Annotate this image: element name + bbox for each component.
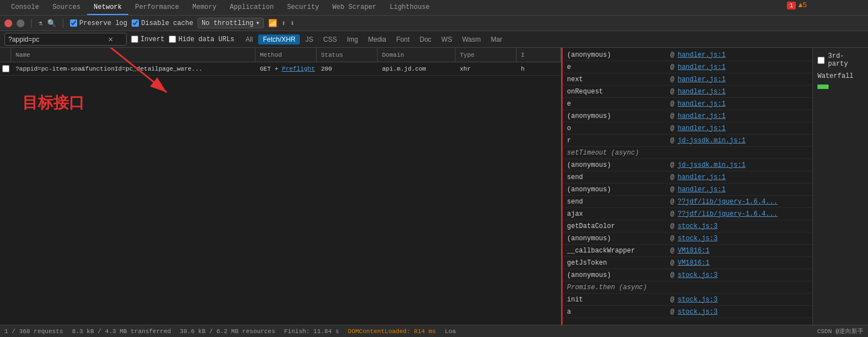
wifi-icon: 📶: [268, 19, 277, 28]
call-stack-item[interactable]: getJsToken@VM1816:1: [563, 257, 812, 269]
search-icon[interactable]: 🔍: [47, 19, 56, 28]
call-stack-item[interactable]: a@stock.js:3: [563, 306, 812, 318]
cs-link[interactable]: handler.js:1: [678, 100, 725, 108]
status-bar: 1 / 368 requests 8.3 kB / 4.3 MB transfe…: [0, 325, 868, 337]
tab-web-scraper[interactable]: Web Scraper: [326, 0, 383, 15]
call-stack-item[interactable]: o@handler.js:1: [563, 122, 812, 135]
filter-media[interactable]: Media: [364, 34, 391, 44]
call-stack-item[interactable]: (anonymous)@stock.js:3: [563, 232, 812, 245]
call-stack-item[interactable]: (anonymous)@handler.js:1: [563, 110, 812, 122]
search-box: ✕: [4, 33, 127, 46]
td-initiator: h: [516, 62, 561, 75]
hide-data-urls-checkbox[interactable]: Hide data URLs: [169, 36, 234, 43]
call-stack-item[interactable]: (anonymous)@jd-jssdk.min.js:1: [563, 159, 812, 171]
cs-link[interactable]: stock.js:3: [678, 235, 718, 242]
preserve-log-checkbox[interactable]: Preserve log: [70, 19, 127, 27]
dom-content-loaded: DOMContentLoaded: 814 ms: [348, 328, 436, 335]
cs-link[interactable]: handler.js:1: [678, 186, 725, 194]
requests-count: 1 / 368 requests: [4, 328, 63, 335]
filter-wasm[interactable]: Wasm: [458, 34, 485, 44]
cs-link[interactable]: VM1816:1: [678, 259, 710, 267]
call-stack-item[interactable]: (anonymous)@stock.js:3: [563, 269, 812, 281]
tab-performance[interactable]: Performance: [128, 0, 185, 15]
td-status: 200: [317, 62, 378, 75]
call-stack-item[interactable]: ajax@??jdf/lib/jquery-1.6.4...: [563, 208, 812, 220]
cs-link[interactable]: handler.js:1: [678, 112, 725, 120]
cs-link[interactable]: stock.js:3: [678, 296, 718, 304]
filter-font[interactable]: Font: [392, 34, 414, 44]
call-stack-item[interactable]: init@stock.js:3: [563, 294, 812, 306]
filter-img[interactable]: Img: [343, 34, 363, 44]
third-party-checkbox[interactable]: [817, 57, 825, 64]
td-method: GET + Preflight: [255, 62, 317, 75]
cs-link[interactable]: jd-jssdk.min.js:1: [678, 137, 745, 145]
call-stack-item[interactable]: r@jd-jssdk.min.js:1: [563, 135, 812, 147]
cs-link[interactable]: ??jdf/lib/jquery-1.6.4...: [678, 198, 777, 206]
cs-link[interactable]: handler.js:1: [678, 125, 725, 132]
search-input[interactable]: [8, 36, 108, 43]
throttle-select[interactable]: No throttling ▾: [198, 18, 264, 28]
call-stack-item[interactable]: send@??jdf/lib/jquery-1.6.4...: [563, 196, 812, 208]
cs-link[interactable]: handler.js:1: [678, 63, 725, 71]
third-party-label: 3rd-party: [828, 52, 864, 68]
filter-types: All Fetch/XHR JS CSS Img Media Font Doc …: [241, 34, 506, 44]
cs-link[interactable]: VM1816:1: [678, 247, 710, 255]
filter-ws[interactable]: WS: [437, 34, 456, 44]
tab-lighthouse[interactable]: Lighthouse: [383, 0, 436, 15]
cs-link[interactable]: stock.js:3: [678, 308, 718, 316]
invert-checkbox[interactable]: Invert: [131, 36, 164, 43]
record-button[interactable]: [4, 19, 12, 27]
table-row[interactable]: ?appid=pc-item-soa&functionId=pc_detailp…: [0, 62, 561, 76]
cs-link[interactable]: handler.js:1: [678, 76, 725, 83]
toolbar-divider2: [63, 19, 63, 28]
call-stack-item[interactable]: __callbackWrapper@VM1816:1: [563, 245, 812, 257]
filter-all[interactable]: All: [241, 34, 257, 44]
clear-search-button[interactable]: ✕: [108, 34, 113, 44]
row-checkbox[interactable]: [0, 62, 11, 75]
call-stack-item[interactable]: (anonymous)@handler.js:1: [563, 49, 812, 61]
filter-doc[interactable]: Doc: [415, 34, 436, 44]
cs-link[interactable]: jd-jssdk.min.js:1: [678, 161, 745, 169]
upload-icon[interactable]: ⬆: [282, 19, 286, 28]
tab-application[interactable]: Application: [223, 0, 280, 15]
call-stack-item[interactable]: getDataColor@stock.js:3: [563, 220, 812, 232]
call-stack-item[interactable]: e@handler.js:1: [563, 98, 812, 110]
call-stack-item[interactable]: Promise.then (async): [563, 281, 812, 294]
preflight-link[interactable]: Preflight: [282, 66, 315, 72]
tab-memory[interactable]: Memory: [185, 0, 223, 15]
filter-css[interactable]: CSS: [319, 34, 342, 44]
call-stack-item[interactable]: next@handler.js:1: [563, 73, 812, 86]
load-status: Loa: [445, 328, 456, 335]
disable-cache-checkbox[interactable]: Disable cache: [132, 19, 193, 27]
chevron-down-icon: ▾: [256, 19, 260, 27]
tab-security[interactable]: Security: [280, 0, 326, 15]
cs-link[interactable]: stock.js:3: [678, 271, 718, 279]
clear-button[interactable]: [17, 19, 24, 27]
tab-console[interactable]: Console: [4, 0, 46, 15]
tab-network[interactable]: Network: [87, 0, 128, 15]
cs-link[interactable]: handler.js:1: [678, 51, 725, 59]
filter-js[interactable]: JS: [301, 34, 318, 44]
filter-fetch-xhr[interactable]: Fetch/XHR: [258, 34, 300, 44]
filter-manifest[interactable]: Mar: [486, 34, 507, 44]
call-stack-item[interactable]: (anonymous)@handler.js:1: [563, 184, 812, 196]
filter-icon[interactable]: ⚗: [38, 19, 43, 28]
download-icon[interactable]: ⬇: [290, 19, 295, 28]
waterfall-bar: [817, 85, 829, 89]
call-stack-item[interactable]: onRequest@handler.js:1: [563, 86, 812, 98]
cs-link[interactable]: handler.js:1: [678, 88, 725, 96]
tab-sources[interactable]: Sources: [46, 0, 87, 15]
waterfall-label: Waterfall: [817, 72, 854, 80]
th-checkbox: [0, 48, 11, 62]
th-method: Method: [255, 48, 317, 62]
main-area: Name Method Status Domain Type I ?appid=…: [0, 48, 868, 325]
table-header: Name Method Status Domain Type I: [0, 48, 561, 62]
cs-link[interactable]: handler.js:1: [678, 174, 725, 181]
cs-link[interactable]: stock.js:3: [678, 222, 718, 230]
call-stack-item[interactable]: send@handler.js:1: [563, 171, 812, 184]
cs-link[interactable]: ??jdf/lib/jquery-1.6.4...: [678, 210, 777, 218]
call-stack-item[interactable]: e@handler.js:1: [563, 61, 812, 73]
call-stack-item[interactable]: setTimeout (async): [563, 147, 812, 159]
call-stack-panel: (anonymous)@handler.js:1e@handler.js:1ne…: [561, 48, 812, 325]
third-party-item[interactable]: 3rd-party: [817, 52, 864, 68]
